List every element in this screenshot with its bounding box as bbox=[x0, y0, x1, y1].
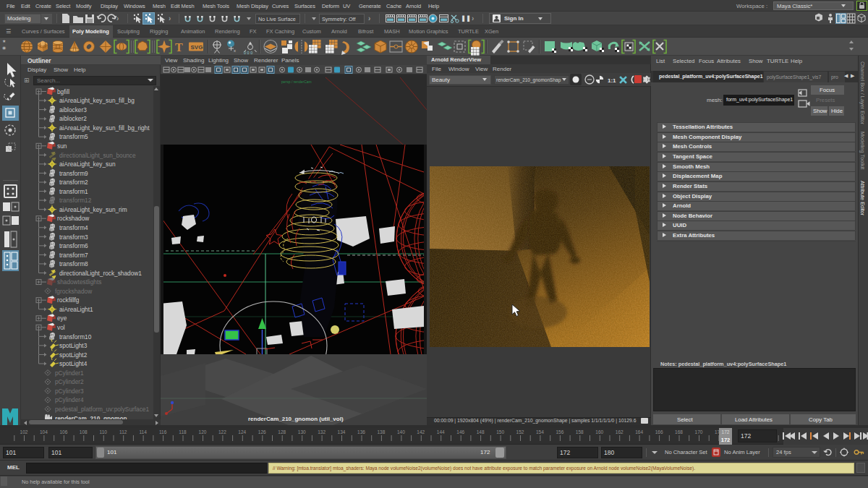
svg-text:renderCam_210_gnomon (util_vol: renderCam_210_gnomon (util_vol) bbox=[248, 416, 344, 422]
svg-text:106: 106 bbox=[59, 429, 67, 435]
svg-text:pCylinder3: pCylinder3 bbox=[55, 388, 84, 395]
svg-text:134: 134 bbox=[338, 429, 346, 435]
svg-text:166: 166 bbox=[655, 429, 663, 435]
svg-text:transform6: transform6 bbox=[59, 242, 88, 249]
svg-text:142: 142 bbox=[417, 429, 425, 435]
svg-text:spotLight3: spotLight3 bbox=[59, 342, 88, 349]
svg-text:SVG: SVG bbox=[191, 44, 203, 51]
svg-text:transform1: transform1 bbox=[59, 188, 88, 195]
svg-text:146: 146 bbox=[456, 429, 464, 435]
svg-text:152: 152 bbox=[516, 429, 524, 435]
svg-text:aiAreaLight_key_sun: aiAreaLight_key_sun bbox=[59, 160, 116, 168]
svg-text:transform5: transform5 bbox=[59, 133, 88, 140]
svg-text:112: 112 bbox=[119, 429, 127, 435]
svg-text:160: 160 bbox=[595, 429, 603, 435]
svg-text:vol: vol bbox=[57, 324, 65, 331]
svg-text:158: 158 bbox=[576, 429, 584, 435]
svg-text:spotLight2: spotLight2 bbox=[59, 351, 88, 359]
svg-text:aiAreaLight_key_sun_fill_bg_ri: aiAreaLight_key_sun_fill_bg_right bbox=[59, 124, 150, 132]
svg-text:sun: sun bbox=[57, 142, 67, 150]
svg-text:130: 130 bbox=[298, 429, 306, 435]
svg-text:aiblocker3: aiblocker3 bbox=[59, 106, 87, 114]
svg-text:126: 126 bbox=[258, 429, 266, 435]
svg-text:122: 122 bbox=[218, 429, 226, 435]
svg-text:pCylinder2: pCylinder2 bbox=[55, 378, 84, 385]
svg-text:rockshadow: rockshadow bbox=[57, 215, 90, 222]
svg-text:168: 168 bbox=[675, 429, 683, 435]
svg-text:fgrockshadow: fgrockshadow bbox=[55, 288, 93, 295]
svg-text:172: 172 bbox=[721, 437, 731, 443]
svg-text:transform2: transform2 bbox=[59, 179, 88, 186]
svg-text:spotLight4: spotLight4 bbox=[59, 360, 88, 367]
svg-text:0 0 0: 0 0 0 bbox=[244, 51, 252, 55]
svg-text:bgfill: bgfill bbox=[57, 88, 69, 95]
svg-text:transform7: transform7 bbox=[59, 252, 88, 259]
svg-text:x: x bbox=[234, 48, 236, 53]
svg-text:transform10: transform10 bbox=[59, 333, 92, 341]
svg-text:110: 110 bbox=[100, 429, 108, 435]
svg-text:transform4: transform4 bbox=[59, 224, 88, 231]
svg-text:pedestal_platform_uv:polySurfa: pedestal_platform_uv:polySurface1 bbox=[55, 406, 149, 413]
svg-text:170: 170 bbox=[695, 429, 703, 435]
svg-text:pCylinder4: pCylinder4 bbox=[55, 396, 84, 403]
svg-text:156: 156 bbox=[556, 429, 563, 435]
svg-text:pCylinder1: pCylinder1 bbox=[55, 369, 84, 377]
svg-text:1:1: 1:1 bbox=[608, 77, 616, 84]
svg-text:172: 172 bbox=[722, 429, 730, 435]
svg-text:shadowtestlights: shadowtestlights bbox=[57, 278, 101, 286]
svg-text:aiblocker2: aiblocker2 bbox=[59, 115, 87, 122]
svg-text:aiAreaLight1: aiAreaLight1 bbox=[59, 306, 93, 313]
svg-text:eye: eye bbox=[57, 314, 67, 322]
svg-text:148: 148 bbox=[477, 429, 485, 435]
svg-text:132: 132 bbox=[318, 429, 326, 435]
svg-text:138: 138 bbox=[377, 429, 385, 435]
svg-text:rockfillfg: rockfillfg bbox=[57, 296, 80, 304]
svg-text:154: 154 bbox=[536, 429, 544, 435]
svg-text:124: 124 bbox=[238, 429, 246, 435]
svg-text:transform8: transform8 bbox=[59, 260, 88, 267]
svg-text:transform3: transform3 bbox=[59, 234, 88, 241]
svg-text:136: 136 bbox=[357, 429, 365, 435]
svg-text:persp / renderCam: persp / renderCam bbox=[281, 80, 312, 84]
svg-text:104: 104 bbox=[40, 429, 48, 435]
svg-text:directionalLight_rock_shadow1: directionalLight_rock_shadow1 bbox=[59, 270, 142, 277]
svg-text:128: 128 bbox=[278, 429, 286, 435]
svg-text:162: 162 bbox=[616, 429, 624, 435]
svg-text:transform9: transform9 bbox=[59, 170, 88, 177]
svg-text:T: T bbox=[175, 41, 183, 53]
svg-text:116: 116 bbox=[159, 429, 167, 435]
svg-text:118: 118 bbox=[179, 429, 187, 435]
svg-text:directionalLight_sun_bounce: directionalLight_sun_bounce bbox=[59, 152, 136, 159]
svg-text:aiAreaLight_key_sun_rim: aiAreaLight_key_sun_rim bbox=[59, 206, 127, 213]
svg-text:114: 114 bbox=[139, 429, 147, 435]
svg-text:102: 102 bbox=[20, 429, 28, 435]
svg-text:aiAreaLight_key_sun_fill_bg: aiAreaLight_key_sun_fill_bg bbox=[59, 97, 135, 104]
svg-text:150: 150 bbox=[496, 429, 504, 435]
svg-text:108: 108 bbox=[80, 429, 88, 435]
svg-text:144: 144 bbox=[437, 429, 445, 435]
svg-text:140: 140 bbox=[397, 429, 405, 435]
svg-text:transform12: transform12 bbox=[59, 197, 92, 204]
svg-text:120: 120 bbox=[199, 429, 207, 435]
svg-text:164: 164 bbox=[635, 429, 643, 435]
